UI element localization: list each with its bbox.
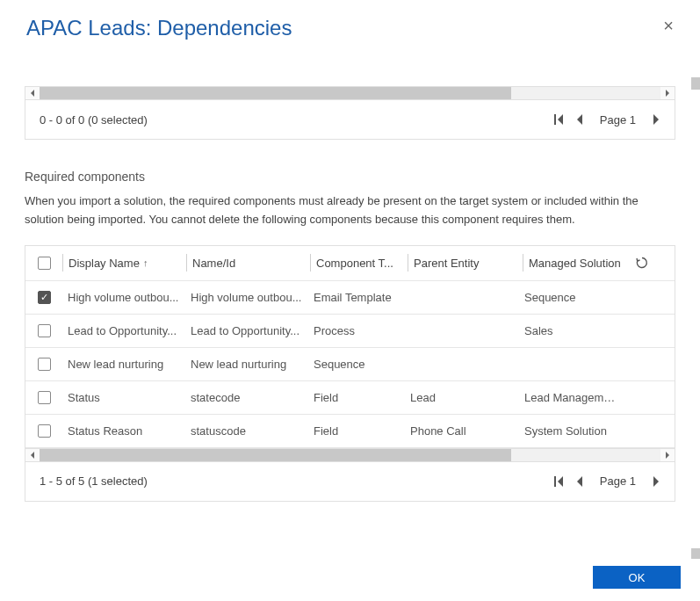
cell-managed-solution: Lead Management	[519, 391, 624, 404]
next-page-icon[interactable]	[652, 476, 660, 487]
cell-name-id: New lead nurturing	[185, 358, 308, 371]
scroll-thumb[interactable]	[691, 548, 700, 559]
first-page-icon[interactable]	[554, 476, 566, 487]
scroll-track[interactable]	[40, 449, 660, 461]
row-checkbox[interactable]: ✓	[38, 291, 51, 304]
ok-button[interactable]: OK	[593, 566, 681, 589]
cell-parent-entity: Phone Call	[405, 424, 519, 438]
cell-name-id: Lead to Opportunity...	[185, 324, 308, 337]
cell-managed-solution: Sales	[519, 324, 624, 337]
next-page-icon[interactable]	[652, 114, 660, 125]
table-row[interactable]: Status ReasonstatuscodeFieldPhone CallSy…	[25, 415, 675, 448]
row-checkbox[interactable]	[38, 391, 51, 404]
column-name-id[interactable]: Name/Id	[187, 246, 310, 280]
refresh-icon	[636, 257, 648, 269]
svg-rect-1	[554, 476, 556, 487]
close-icon[interactable]: ×	[658, 16, 679, 36]
column-component-type[interactable]: Component T...	[311, 246, 408, 280]
row-checkbox[interactable]	[38, 424, 51, 438]
scroll-thumb[interactable]	[40, 449, 511, 461]
scroll-thumb[interactable]	[40, 87, 511, 99]
scroll-right-icon[interactable]	[660, 448, 675, 462]
column-parent-entity[interactable]: Parent Entity	[408, 246, 523, 280]
column-display-name[interactable]: Display Name ↑	[63, 246, 186, 280]
scroll-track[interactable]	[40, 87, 660, 99]
scroll-left-icon[interactable]	[25, 448, 40, 462]
table-row[interactable]: ✓High volume outbou...High volume outbou…	[25, 281, 675, 315]
pager-status-top: 0 - 0 of 0 (0 selected)	[40, 113, 148, 127]
svg-rect-0	[554, 114, 556, 125]
column-managed-solution[interactable]: Managed Solution	[523, 246, 629, 280]
cell-name-id: High volume outbou...	[185, 291, 308, 304]
scroll-left-icon[interactable]	[25, 86, 40, 100]
table-row[interactable]: New lead nurturingNew lead nurturingSequ…	[25, 348, 675, 381]
cell-display-name: Status Reason	[62, 424, 185, 438]
cell-managed-solution: Sequence	[519, 291, 624, 304]
column-parent-entity-label: Parent Entity	[414, 257, 479, 270]
select-all-checkbox[interactable]	[38, 257, 51, 270]
first-page-icon[interactable]	[554, 114, 566, 125]
table-row[interactable]: StatusstatecodeFieldLeadLead Management	[25, 381, 675, 415]
dialog-title: APAC Leads: Dependencies	[26, 16, 292, 40]
grid-header-row: Display Name ↑ Name/Id Component T... Pa…	[25, 246, 675, 281]
page-label-top: Page 1	[600, 113, 636, 127]
cell-component-type: Sequence	[308, 358, 405, 371]
cell-display-name: Lead to Opportunity...	[62, 324, 185, 337]
table-row[interactable]: Lead to Opportunity...Lead to Opportunit…	[25, 315, 675, 348]
cell-component-type: Field	[308, 424, 405, 438]
horizontal-scrollbar-bottom[interactable]	[25, 448, 675, 462]
column-component-type-label: Component T...	[316, 257, 393, 270]
page-label-bottom: Page 1	[600, 474, 636, 488]
row-checkbox[interactable]	[38, 358, 51, 371]
sort-ascending-icon: ↑	[143, 257, 148, 268]
upper-empty-grid: 0 - 0 of 0 (0 selected) Page 1	[25, 86, 675, 140]
cell-component-type: Field	[308, 391, 405, 404]
prev-page-icon[interactable]	[575, 476, 584, 487]
refresh-button[interactable]	[629, 257, 655, 269]
row-checkbox[interactable]	[38, 324, 51, 337]
required-components-grid: Display Name ↑ Name/Id Component T... Pa…	[25, 245, 675, 502]
cell-name-id: statecode	[185, 391, 308, 404]
cell-display-name: New lead nurturing	[62, 358, 185, 371]
cell-display-name: High volume outbou...	[62, 291, 185, 304]
vertical-scrollbar[interactable]	[691, 77, 700, 559]
column-display-name-label: Display Name	[69, 257, 140, 270]
horizontal-scrollbar-top[interactable]	[25, 86, 675, 100]
prev-page-icon[interactable]	[575, 114, 584, 125]
pager-status-bottom: 1 - 5 of 5 (1 selected)	[40, 474, 148, 488]
column-name-id-label: Name/Id	[192, 257, 235, 270]
scroll-thumb[interactable]	[691, 77, 700, 90]
cell-display-name: Status	[62, 391, 185, 404]
cell-component-type: Email Template	[308, 291, 405, 304]
cell-parent-entity: Lead	[405, 391, 519, 404]
cell-name-id: statuscode	[185, 424, 308, 438]
column-managed-solution-label: Managed Solution	[529, 257, 621, 270]
section-description: When you import a solution, the required…	[25, 192, 657, 229]
cell-component-type: Process	[308, 324, 405, 337]
cell-managed-solution: System Solution	[519, 424, 624, 438]
section-heading: Required components	[25, 170, 675, 184]
scroll-right-icon[interactable]	[660, 86, 675, 100]
